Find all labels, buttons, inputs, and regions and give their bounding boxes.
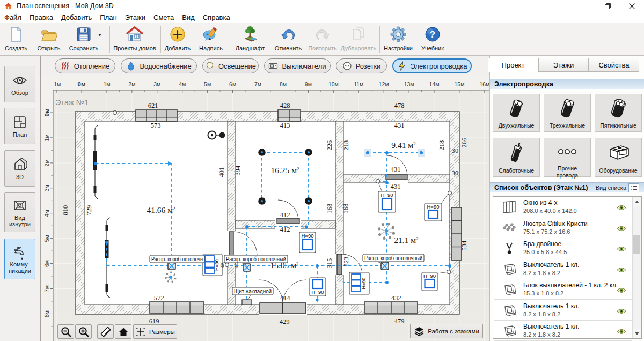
junction-box[interactable]: [243, 264, 251, 271]
menu-3[interactable]: План: [100, 13, 116, 21]
menu-4[interactable]: Этажи: [125, 13, 145, 21]
object-row-0[interactable]: Окно из 4-х208.0 x 40.0 x 142.0: [494, 197, 632, 217]
svg-text:-1м: -1м: [52, 81, 61, 87]
toolbar-projects-button[interactable]: Проекты домов: [110, 25, 159, 54]
door-leaf[interactable]: [277, 218, 299, 224]
surface-panel[interactable]: [242, 300, 252, 305]
visibility-eye-icon[interactable]: [617, 328, 626, 335]
cable-button-2[interactable]: Пятижильные: [595, 94, 642, 132]
undo-icon: [279, 25, 297, 43]
mode-tab-0[interactable]: Отопление: [55, 58, 115, 73]
floors-label: Работа с этажами: [428, 328, 479, 335]
toolbar-open-button[interactable]: Открыть: [33, 25, 65, 54]
toolbar-add-button[interactable]: Добавить: [161, 25, 194, 54]
junction-box[interactable]: [168, 262, 175, 270]
floor-plan-canvas[interactable]: -1м0м1м2м3м4м5м6м7м8м9м10м11м12м13м14м15…: [41, 76, 489, 341]
measure-button[interactable]: [97, 324, 114, 339]
switch-h90[interactable]: H=90: [425, 203, 442, 221]
object-list-scrollbar[interactable]: [632, 197, 641, 338]
double-door-leaf[interactable]: [283, 303, 306, 313]
restore-button[interactable]: [596, 0, 620, 12]
svg-text:16м: 16м: [479, 81, 489, 87]
door-leaf[interactable]: [386, 174, 407, 180]
mode-tab-2[interactable]: Освещение: [202, 58, 259, 73]
home-button[interactable]: [115, 324, 131, 339]
menu-7[interactable]: Справка: [203, 13, 230, 21]
object-row-3[interactable]: Выключатель 1 кл.8.2 x 1.8 x 8.2: [494, 259, 632, 279]
scroll-up-arrow[interactable]: [633, 197, 641, 206]
cable-button-1[interactable]: Трехжильные: [544, 94, 591, 132]
switch-h90[interactable]: H=90: [299, 232, 316, 253]
sidebar-3d-button[interactable]: 3D: [4, 150, 35, 187]
mode-tab-1[interactable]: Водоснабжение: [121, 58, 197, 73]
object-row-1[interactable]: Люстра Citilux Кристи75.1 x 75.2 x 16.6: [494, 218, 632, 238]
dimension-label: 315: [233, 262, 239, 269]
dims-button[interactable]: Размеры: [133, 324, 177, 339]
toolbar-redo-label: Повторить: [304, 45, 341, 51]
wall[interactable]: [228, 121, 236, 305]
cable-button-4[interactable]: Прочиепровода: [544, 138, 591, 177]
visibility-eye-icon[interactable]: [617, 287, 626, 294]
object-row-4[interactable]: Блок выключателей - 1 кл. 2 кл.15.3 x 1.…: [494, 279, 632, 300]
switch-h90[interactable]: H=90: [310, 278, 326, 296]
toolbar-save-button[interactable]: Сохранить: [65, 25, 103, 54]
visibility-eye-icon[interactable]: [617, 225, 626, 232]
scroll-thumb[interactable]: [633, 235, 640, 254]
toolbar-landscape-button[interactable]: Ландшафт: [231, 25, 269, 54]
sidebar-communications-button[interactable]: Комму-никации: [4, 239, 35, 279]
dimension-label: 413: [280, 122, 290, 129]
menu-1[interactable]: Правка: [30, 13, 53, 21]
sidebar-plan-button[interactable]: План: [4, 108, 35, 144]
door-leaf[interactable]: [337, 254, 342, 275]
eye-icon: [12, 73, 28, 88]
object-row-6[interactable]: Выключатель 1 кл.8.2 x 1.8 x 8.2: [494, 321, 632, 341]
switch-h90[interactable]: H=90: [378, 191, 396, 212]
room-area-label: 21.1 м2: [394, 235, 418, 244]
mode-tab-3[interactable]: Выключатели: [264, 58, 331, 73]
visibility-eye-icon[interactable]: [617, 204, 626, 211]
toolbar-settings-button[interactable]: Настройки: [380, 25, 416, 54]
toolbar-save-label: Сохранить: [65, 45, 103, 51]
double-door-leaf[interactable]: [260, 303, 283, 313]
toolbar-undo-button[interactable]: Отменить: [270, 25, 306, 54]
visibility-eye-icon[interactable]: [617, 308, 626, 315]
close-button[interactable]: [620, 0, 644, 12]
panel-tab-2[interactable]: Свойства: [589, 58, 639, 72]
floor-plan[interactable]: H=90H=90H=90H=90H=90H=90H=90Распр. короб…: [62, 102, 468, 325]
mode-tab-label: Отопление: [74, 62, 110, 70]
toolbar-note-button[interactable]: Надпись: [195, 25, 227, 54]
scroll-down-arrow[interactable]: [633, 329, 641, 338]
menu-5[interactable]: Смета: [153, 13, 174, 21]
visibility-eye-icon[interactable]: [617, 266, 626, 273]
toolbar-tutorial-button[interactable]: ?Учебник: [417, 25, 448, 54]
menu-2[interactable]: Добавить: [61, 13, 92, 21]
cable-button-5[interactable]: Оборудование: [595, 138, 642, 177]
minimize-button[interactable]: [572, 0, 596, 12]
menu-0[interactable]: Файл: [4, 13, 21, 21]
menu-6[interactable]: Вид: [182, 13, 195, 21]
switch-h90[interactable]: H=90: [349, 272, 369, 294]
save-dropdown-arrow[interactable]: ▼: [98, 33, 102, 38]
object-row-2[interactable]: Бра двойное25.0 x 5.8 x 44.5: [494, 238, 632, 258]
mode-tab-4[interactable]: Розетки: [336, 58, 387, 73]
zoom-in-button[interactable]: [75, 324, 92, 339]
switch-h90[interactable]: H=90: [422, 272, 437, 291]
cable-button-3[interactable]: Слаботочные: [493, 138, 540, 177]
question-icon: ?: [423, 25, 442, 43]
floors-button[interactable]: Работа с этажами: [410, 324, 483, 338]
object-row-5[interactable]: Выключатель 1 кл.8.2 x 1.8 x 8.2: [494, 300, 632, 321]
sidebar-overview-button[interactable]: Обзор: [4, 66, 35, 102]
duplicate-icon: [349, 25, 368, 43]
mode-tab-5[interactable]: Электропроводка: [392, 58, 472, 73]
panel-tab-0[interactable]: Проект: [488, 58, 538, 72]
mode-tab-label: Выключатели: [282, 62, 326, 70]
cable-button-0[interactable]: Двухжильные: [493, 94, 540, 132]
visibility-eye-icon[interactable]: [617, 246, 626, 253]
panel-tab-1[interactable]: Этажи: [538, 58, 589, 72]
sidebar-interior-button[interactable]: Видизнутри: [4, 192, 35, 232]
door-leaf[interactable]: [229, 232, 233, 255]
svg-text:15м: 15м: [454, 81, 464, 87]
view-list-button[interactable]: [628, 183, 639, 192]
zoom-out-button[interactable]: [57, 324, 74, 339]
toolbar-new-button[interactable]: Создать: [1, 25, 32, 54]
